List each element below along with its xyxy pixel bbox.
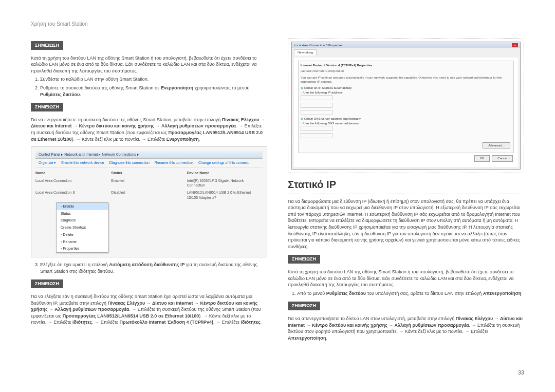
step-2: Ρυθμίστε τη συσκευή δικτύου της οθόνης S… xyxy=(40,85,267,98)
right-column: Local Area Connection 8 Properties× Netw… xyxy=(288,38,524,343)
note-label: ΣΗΜΕΙΩΣΗ xyxy=(31,103,63,111)
note-text: Για να απενεργοποιήσετε το δίκτυο LAN στ… xyxy=(288,315,524,341)
left-column: ΣΗΜΕΙΩΣΗ Κατά τη χρήση του δικτύου LAN τ… xyxy=(31,38,267,343)
intro-text: Κατά τη χρήση του δικτύου LAN της οθόνης… xyxy=(31,55,267,74)
toolbar: Organize ▾Enable this network deviceDiag… xyxy=(35,159,263,167)
note-label: ΣΗΜΕΙΩΣΗ xyxy=(288,255,320,264)
step-3: Ελέγξτε ότι έχει οριστεί η επιλογή Αυτόμ… xyxy=(40,262,267,274)
section-title: Στατικό IP xyxy=(288,177,524,194)
intro-text: Για να διαμορφώσετε μια διεύθυνση IP (ιδ… xyxy=(288,198,524,250)
note-text: Για να ενεργοποιήσετε τη συσκευή δικτύου… xyxy=(31,117,267,142)
screenshot-network-connections: Control Panel ▸ Network and Internet ▸ N… xyxy=(31,146,267,257)
context-menu: Enable Status Diagnose Create Shortcut D… xyxy=(56,202,108,253)
breadcrumb: Control Panel ▸ Network and Internet ▸ N… xyxy=(35,151,263,159)
page-header: Χρήση του Smart Station xyxy=(31,21,524,28)
step-1: Συνδέστε το καλώδιο LAN στην οθόνη Smart… xyxy=(40,76,267,83)
screenshot-ip-properties: Local Area Connection 8 Properties× Netw… xyxy=(288,38,524,173)
note-label: ΣΗΜΕΙΩΣΗ xyxy=(31,41,63,50)
note-text: Για να ελέγξετε εάν η συσκευή δικτύου τη… xyxy=(31,293,267,326)
page-number: 33 xyxy=(518,369,524,377)
step-1: Από το μενού Ρυθμίσεις δικτύου του υπολο… xyxy=(297,290,524,297)
note-label: ΣΗΜΕΙΩΣΗ xyxy=(31,279,63,288)
note-label: ΣΗΜΕΙΩΣΗ xyxy=(288,302,320,310)
close-icon: × xyxy=(512,43,518,47)
note-text: Κατά τη χρήση του δικτύου LAN της οθόνης… xyxy=(288,269,524,288)
